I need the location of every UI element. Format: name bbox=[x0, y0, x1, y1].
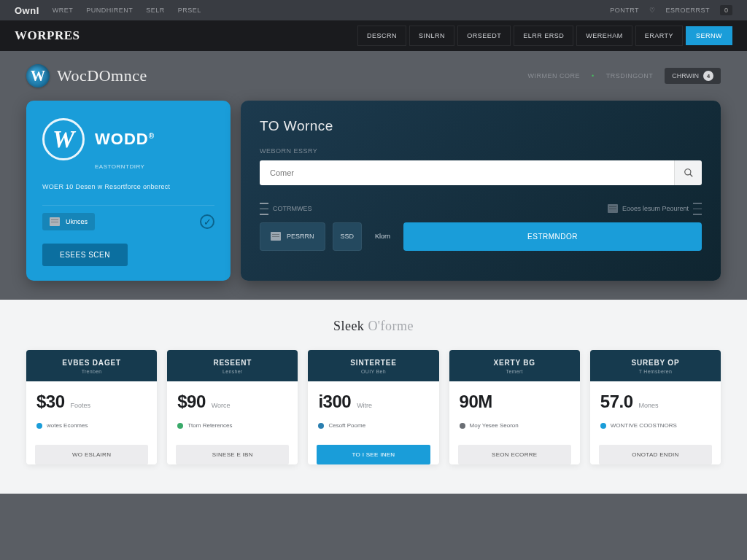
action-chip[interactable]: PESRRN bbox=[260, 222, 325, 251]
plan-unit: Footes bbox=[71, 402, 91, 409]
feature-icon bbox=[36, 423, 42, 429]
plan-body: $30 Footes wotes Econmes bbox=[26, 381, 157, 438]
plan-unit: Worce bbox=[212, 402, 231, 409]
sub-link[interactable]: TRSDINGONT bbox=[606, 72, 654, 79]
wordpress-logo-icon: W bbox=[42, 118, 85, 160]
sub-chip-label: CHRWIN bbox=[672, 72, 699, 79]
plan-price: $30 bbox=[36, 392, 65, 412]
plan-price: i300 bbox=[318, 392, 351, 412]
plan-feature-text: Cesoft Poome bbox=[328, 422, 365, 429]
plan-cta-button[interactable]: SINESE E IBN bbox=[176, 445, 289, 464]
topbar-link[interactable]: PUNDHIRENT bbox=[86, 7, 133, 14]
plan-feature-text: wotes Econmes bbox=[47, 422, 88, 429]
nav-links: DESCRN SINLRN ORSEEDT ELRR ERSD WEREHAM … bbox=[357, 26, 732, 46]
hero-left-cta-button[interactable]: ESEES SCEN bbox=[42, 244, 128, 266]
nav-link[interactable]: DESCRN bbox=[357, 26, 406, 46]
nav-link[interactable]: ORSEEDT bbox=[457, 26, 511, 46]
plan-head: RESEENT Lensher bbox=[167, 350, 298, 381]
meta-right: Eooes lesum Peourent bbox=[608, 203, 702, 215]
action-ghost[interactable]: Klorn bbox=[369, 222, 396, 251]
plan-unit: Witre bbox=[357, 402, 372, 409]
plans-section: Sleek O'forme EVBES DAGET Trenben $30 Fo… bbox=[0, 300, 747, 494]
hero-left-pill[interactable]: Uknces bbox=[42, 213, 95, 230]
subheader: W WocDOmnce WIRMEN CORE • TRSDINGONT CHR… bbox=[0, 51, 747, 101]
section-title-a: Sleek bbox=[333, 319, 365, 333]
hero: W WODD® EASTORNTDIRY WOER 10 Desen w Res… bbox=[0, 101, 747, 281]
nav-link[interactable]: SINLRN bbox=[409, 26, 454, 46]
card-icon bbox=[50, 217, 60, 226]
hero-right-label: WEBORN ESSRY bbox=[260, 147, 702, 155]
sub-link[interactable]: WIRMEN CORE bbox=[528, 72, 581, 79]
topbar-link[interactable]: SELR bbox=[146, 7, 165, 14]
nav-cta-button[interactable]: SERNW bbox=[686, 26, 732, 45]
hero-right-card: TO Wornce WEBORN ESSRY COTRMWES Eooes le… bbox=[241, 101, 721, 281]
plan-feature: Ttom Reterences bbox=[177, 422, 287, 429]
search-button[interactable] bbox=[674, 160, 702, 185]
hero-left-tagline: WOER 10 Desen w Resortforce onberect bbox=[42, 183, 214, 190]
feature-icon bbox=[318, 423, 324, 429]
hero-right-primary-button[interactable]: ESTRMNDOR bbox=[403, 222, 702, 251]
topbar: OwnI WRET PUNDHIRENT SELR PRSEL PONTRT ♡… bbox=[0, 0, 747, 20]
search-input[interactable] bbox=[260, 160, 674, 185]
plan-feature-text: Moy Yesee Seoron bbox=[470, 422, 519, 429]
check-icon: ✓ bbox=[200, 214, 214, 229]
plan-price: $90 bbox=[177, 392, 206, 412]
plans-row: EVBES DAGET Trenben $30 Footes wotes Eco… bbox=[26, 350, 721, 464]
plan-card: EVBES DAGET Trenben $30 Footes wotes Eco… bbox=[26, 350, 157, 464]
plan-name: RESEENT bbox=[174, 359, 290, 367]
plan-feature: wotes Econmes bbox=[36, 422, 147, 429]
plan-cta-button[interactable]: WO ESLAIRN bbox=[35, 445, 148, 464]
hero-left-subtitle: EASTORNTDIRY bbox=[95, 163, 214, 170]
plan-feature: Cesoft Poome bbox=[318, 422, 428, 429]
plan-name: SINTERTEE bbox=[315, 359, 431, 367]
plan-cta-button[interactable]: TO I SEE INEN bbox=[317, 445, 430, 464]
plan-sub: Trenben bbox=[34, 369, 150, 374]
plan-card: XERTY BG Temert 90M Moy Yesee Seoron SEO… bbox=[449, 350, 580, 464]
plan-head: EVBES DAGET Trenben bbox=[26, 350, 157, 381]
hero-right-actions: PESRRN SSD Klorn ESTRMNDOR bbox=[260, 222, 702, 251]
section-title: Sleek O'forme bbox=[26, 319, 721, 334]
plan-price-row: $30 Footes bbox=[36, 392, 147, 412]
topbar-link[interactable]: PRSEL bbox=[178, 7, 201, 14]
lines-icon bbox=[693, 203, 702, 215]
hero-left-row: Uknces ✓ bbox=[42, 205, 214, 238]
hero-left-pill-label: Uknces bbox=[66, 218, 88, 225]
search-bar bbox=[260, 160, 702, 185]
plan-price: 57.0 bbox=[600, 392, 633, 412]
nav-link[interactable]: ELRR ERSD bbox=[514, 26, 573, 46]
hero-right-title: TO Wornce bbox=[260, 118, 702, 134]
navbar: WORPRES DESCRN SINLRN ORSEEDT ELRR ERSD … bbox=[0, 20, 747, 51]
plan-card: RESEENT Lensher $90 Worce Ttom Reterence… bbox=[167, 350, 298, 464]
plan-head: XERTY BG Temert bbox=[449, 350, 580, 381]
plan-price-row: 57.0 Mones bbox=[600, 392, 711, 412]
plan-price-row: i300 Witre bbox=[318, 392, 428, 412]
plan-sub: T Hemsberen bbox=[597, 369, 713, 374]
plan-head: SUREBY OP T Hemsberen bbox=[590, 350, 721, 381]
sub-chip[interactable]: CHRWIN 4 bbox=[665, 68, 721, 84]
plan-feature: Moy Yesee Seoron bbox=[460, 422, 570, 429]
doc-icon bbox=[608, 204, 618, 213]
topbar-link[interactable]: WRET bbox=[53, 7, 74, 14]
nav-link[interactable]: WEREHAM bbox=[576, 26, 632, 46]
plan-name: EVBES DAGET bbox=[34, 359, 150, 367]
action-chip[interactable]: SSD bbox=[333, 222, 363, 251]
topbar-brand: OwnI bbox=[15, 5, 39, 16]
hero-left-title: WODD® bbox=[95, 130, 155, 149]
heart-icon[interactable]: ♡ bbox=[649, 7, 656, 14]
plan-cta-button[interactable]: ONOTAD ENDIN bbox=[599, 445, 712, 464]
topbar-badge[interactable]: 0 bbox=[720, 5, 732, 15]
meta-left: COTRMWES bbox=[260, 203, 312, 215]
plan-sub: OUIY Beh bbox=[315, 369, 431, 374]
topbar-link[interactable]: PONTRT bbox=[610, 7, 639, 14]
plan-cta-button[interactable]: SEON ECORRE bbox=[458, 445, 571, 464]
nav-link[interactable]: ERARTY bbox=[635, 26, 683, 46]
section-title-b: O'forme bbox=[368, 319, 414, 333]
plan-price: 90M bbox=[460, 392, 492, 412]
svg-point-0 bbox=[684, 169, 690, 175]
feature-icon bbox=[460, 423, 465, 429]
topbar-link[interactable]: ESROERRST bbox=[665, 7, 710, 14]
brand-logo-icon: W bbox=[26, 64, 50, 88]
brand-block: W WocDOmnce bbox=[26, 64, 147, 88]
sub-link[interactable]: • bbox=[592, 72, 595, 79]
nav-brand[interactable]: WORPRES bbox=[15, 28, 80, 43]
